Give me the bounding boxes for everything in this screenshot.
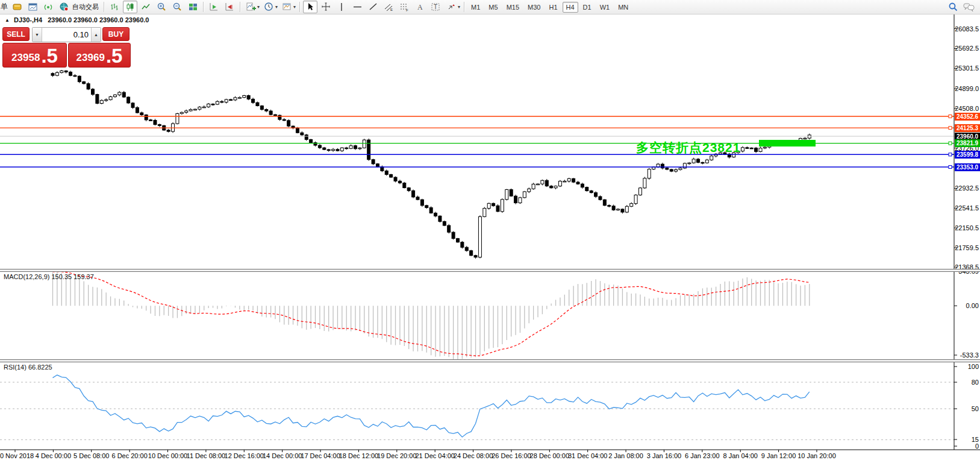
time-axis-label: 10 Dec 00:00	[148, 452, 187, 459]
price-axis-tick-label: 22932.5	[955, 184, 979, 192]
one-click-trading-panel: SELL ▼ ▲ BUY 23958 .5 23969 .5	[2, 27, 130, 65]
time-axis-label: 10 Jan 20:00	[797, 452, 836, 459]
line-handle	[949, 166, 952, 169]
time-axis-label: 17 Dec 04:00	[301, 452, 340, 459]
time-axis-label: 31 Dec 04:00	[568, 452, 607, 459]
time-axis-label: 3 Jan 16:00	[647, 452, 682, 459]
time-axis-label: 26 Dec 16:00	[492, 452, 531, 459]
buy-price-display[interactable]: 23969 .5	[68, 43, 131, 68]
price-axis-tick-label: 24508.0	[955, 105, 979, 112]
price-axis-tick-label: 26083.5	[955, 25, 979, 33]
time-axis-label: 30 Nov 2018	[0, 452, 34, 459]
volume-stepper: ▼ ▲	[32, 27, 101, 42]
volume-decrease-button[interactable]: ▼	[33, 28, 42, 42]
buy-price-int: 23969	[76, 50, 105, 66]
price-tag: 23821.9	[955, 139, 980, 147]
time-axis-label: 6 Dec 20:00	[111, 452, 147, 459]
sell-price-frac: .5	[41, 46, 58, 66]
price-axis-tick-label: 24899.0	[955, 85, 979, 92]
sell-button[interactable]: SELL	[2, 27, 30, 41]
price-tag: 23599.8	[955, 151, 980, 159]
time-axis-label: 21 Dec 04:00	[415, 452, 454, 459]
time-axis-label: 19 Dec 20:00	[377, 452, 416, 459]
buy-button[interactable]: BUY	[102, 27, 130, 41]
macd-histogram	[53, 272, 810, 360]
time-axis-label: 14 Dec 00:00	[263, 452, 302, 459]
rsi-label: RSI(14) 66.8225	[4, 364, 52, 371]
time-axis-label: 5 Dec 08:00	[73, 452, 109, 459]
time-axis-label: 11 Dec 08:00	[187, 452, 226, 459]
highlight-rectangle[interactable]	[759, 140, 816, 146]
candle-series	[51, 70, 811, 259]
collapse-panel-icon[interactable]: ▲	[5, 17, 10, 23]
volume-increase-button[interactable]: ▲	[91, 28, 101, 42]
macd-axis-label: -533.3	[955, 351, 979, 359]
rsi-axis-label: 80	[955, 379, 979, 386]
time-axis-label: 18 Dec 12:00	[339, 452, 378, 459]
time-axis-label: 6 Jan 23:00	[685, 452, 720, 459]
price-axis-tick-label: 21759.5	[955, 244, 979, 251]
time-axis-label: 28 Dec 00:00	[530, 452, 569, 459]
time-axis-label: 8 Jan 04:00	[723, 452, 758, 459]
price-tag: 24352.6	[955, 113, 980, 121]
sell-price-display[interactable]: 23958 .5	[2, 43, 67, 68]
price-axis-tick-label: 25692.5	[955, 45, 979, 52]
buy-price-frac: .5	[106, 46, 123, 66]
price-axis-tick-label: 22541.5	[955, 204, 979, 212]
line-handle	[949, 127, 952, 130]
price-axis-tick-label: 22150.5	[955, 224, 979, 232]
chart-canvas[interactable]	[0, 0, 980, 463]
symbol-period-label: DJ30-,H4	[14, 16, 42, 24]
macd-label: MACD(12,26,9) 150.35 159.37	[4, 273, 94, 280]
volume-input[interactable]	[42, 28, 91, 42]
time-axis-label: 2 Jan 08:00	[608, 452, 643, 459]
rsi-axis-label: 50	[955, 405, 979, 412]
time-axis-label: 24 Dec 08:00	[454, 452, 493, 459]
line-handle	[949, 153, 952, 156]
price-tag: 23353.0	[955, 163, 980, 171]
time-axis-label: 4 Dec 00:00	[36, 452, 71, 459]
macd-axis-label: 0.00	[955, 302, 979, 309]
time-axis-label: 12 Dec 16:00	[225, 452, 264, 459]
rsi-axis-label: 100	[955, 363, 979, 370]
turning-point-annotation[interactable]: 多空转折点23821	[636, 139, 740, 156]
pane-divider[interactable]	[0, 359, 980, 362]
line-handle	[949, 142, 952, 145]
ohlc-values: 23960.0 23960.0 23960.0 23960.0	[48, 16, 149, 24]
sell-price-int: 23958	[11, 50, 40, 66]
chart-title: ▲ DJ30-,H4 23960.0 23960.0 23960.0 23960…	[5, 16, 149, 24]
pane-divider[interactable]	[0, 269, 980, 272]
rsi-line	[53, 375, 810, 437]
time-axis-label: 9 Jan 12:00	[761, 452, 796, 459]
price-axis-tick-label: 25301.5	[955, 65, 979, 72]
line-handle	[949, 115, 952, 118]
rsi-axis-label: 0	[955, 443, 979, 450]
price-tag: 24125.3	[955, 124, 980, 132]
